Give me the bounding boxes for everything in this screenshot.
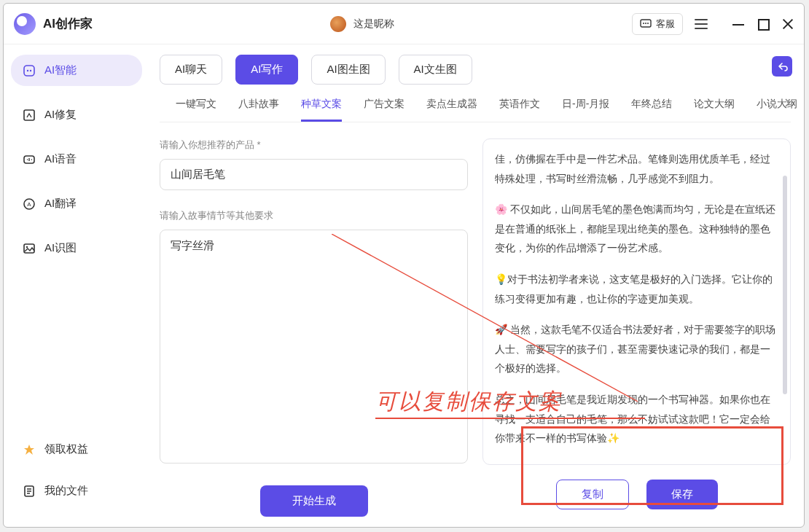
sub-tab[interactable]: 一键写文 <box>176 98 216 122</box>
sub-tab[interactable]: 英语作文 <box>499 98 540 122</box>
app-title: AI创作家 <box>43 15 93 32</box>
sidebar-item-label: AI修复 <box>44 108 77 122</box>
svg-point-1 <box>643 23 644 24</box>
svg-point-3 <box>647 23 649 24</box>
sidebar-item-label: 领取权益 <box>44 442 88 456</box>
scrollbar[interactable] <box>783 176 787 394</box>
image-icon <box>23 242 36 255</box>
sub-tab[interactable]: 小说大纲 <box>757 98 797 122</box>
app-logo <box>14 13 36 35</box>
sidebar-item-voice[interactable]: AI语音 <box>11 144 142 175</box>
form-column: 请输入你想推荐的产品 * 请输入故事情节等其他要求 开始生成 <box>160 138 468 517</box>
sidebar-item-label: AI识图 <box>44 241 77 255</box>
copy-button[interactable]: 复制 <box>556 480 629 509</box>
svg-point-2 <box>645 23 646 24</box>
product-input[interactable] <box>160 159 468 190</box>
badge-icon <box>23 443 36 456</box>
chat-icon <box>640 18 652 30</box>
sub-tab[interactable]: 卖点生成器 <box>426 98 477 122</box>
main-panel: AI聊天 AI写作 AI图生图 AI文生图 一键写文 八卦故事 种草文案 广告文… <box>149 44 804 527</box>
sidebar-item-rewards[interactable]: 领取权益 <box>11 434 142 465</box>
titlebar: AI创作家 这是昵称 客服 <box>4 4 804 44</box>
svg-point-6 <box>30 69 31 71</box>
chevron-right-icon[interactable] <box>783 98 791 108</box>
sidebar-item-repair[interactable]: AI修复 <box>11 99 142 130</box>
app-window: AI创作家 这是昵称 客服 A <box>3 3 805 528</box>
sidebar-item-image[interactable]: AI识图 <box>11 232 142 264</box>
sub-tab[interactable]: 年终总结 <box>631 98 672 122</box>
generate-button[interactable]: 开始生成 <box>260 485 368 517</box>
svg-rect-7 <box>24 110 34 120</box>
product-label: 请输入你想推荐的产品 * <box>160 138 468 152</box>
close-button[interactable] <box>782 18 794 30</box>
output-column: 佳，仿佛握在手中是一件艺术品。笔锋则选用优质羊毛，经过特殊处理，书写时丝滑流畅，… <box>482 138 791 517</box>
maximize-button[interactable] <box>757 18 769 30</box>
output-paragraph: 💡对于书法初学者来说，这支笔是极好的入门选择。它让你的练习变得更加有趣，也让你的… <box>495 270 778 308</box>
voice-icon <box>23 153 36 166</box>
ai-icon <box>23 64 36 77</box>
minimize-button[interactable] <box>732 18 744 30</box>
sub-tab[interactable]: 日-周-月报 <box>562 98 609 122</box>
avatar[interactable] <box>330 16 346 32</box>
nickname: 这是昵称 <box>353 17 394 31</box>
extra-textarea[interactable] <box>160 230 468 463</box>
output-paragraph: 🌸 不仅如此，山间居毛笔的墨色饱满而均匀，无论是在宣纸还是在普通的纸张上，都能呈… <box>495 200 778 258</box>
sidebar-item-label: AI语音 <box>44 152 77 166</box>
top-tabs: AI聊天 AI写作 AI图生图 AI文生图 <box>160 55 791 85</box>
menu-icon[interactable] <box>695 19 708 29</box>
sub-tab[interactable]: 论文大纲 <box>694 98 735 122</box>
output-text: 佳，仿佛握在手中是一件艺术品。笔锋则选用优质羊毛，经过特殊处理，书写时丝滑流畅，… <box>482 138 791 465</box>
sidebar-item-label: AI翻译 <box>44 197 77 211</box>
output-paragraph: 🚀 当然，这款毛笔不仅适合书法爱好者，对于需要签字的职场人士、需要写字的孩子们，… <box>495 320 778 378</box>
sidebar-item-translate[interactable]: A AI翻译 <box>11 188 142 219</box>
save-button[interactable]: 保存 <box>646 480 718 509</box>
sidebar-item-ai[interactable]: AI智能 <box>11 55 142 86</box>
sub-tab[interactable]: 广告文案 <box>364 98 404 122</box>
extra-label: 请输入故事情节等其他要求 <box>160 209 468 222</box>
sidebar-item-label: 我的文件 <box>44 484 88 498</box>
svg-text:A: A <box>27 201 31 208</box>
tab-chat[interactable]: AI聊天 <box>160 55 222 85</box>
output-paragraph: 总之，山间居毛笔是我近期发现的一个书写神器。如果你也在寻找一支适合自己的毛笔，那… <box>495 390 778 448</box>
sub-tab[interactable]: 种草文案 <box>301 98 342 122</box>
file-icon <box>23 485 36 498</box>
sidebar-item-files[interactable]: 我的文件 <box>11 475 142 506</box>
sidebar: AI智能 AI修复 AI语音 A AI翻译 AI识图 <box>4 44 149 527</box>
svg-rect-4 <box>24 66 34 76</box>
sub-tabs: 一键写文 八卦故事 种草文案 广告文案 卖点生成器 英语作文 日-周-月报 年终… <box>160 85 791 122</box>
sub-tab[interactable]: 八卦故事 <box>238 98 279 122</box>
sidebar-item-label: AI智能 <box>44 63 77 77</box>
svg-point-5 <box>27 69 28 71</box>
support-button[interactable]: 客服 <box>632 13 683 35</box>
translate-icon: A <box>23 197 36 211</box>
tab-img2img[interactable]: AI图生图 <box>311 55 385 85</box>
svg-point-12 <box>26 246 28 247</box>
support-label: 客服 <box>656 17 675 31</box>
repair-icon <box>23 109 36 122</box>
tab-txt2img[interactable]: AI文生图 <box>399 55 472 85</box>
tab-write[interactable]: AI写作 <box>235 55 298 85</box>
output-paragraph: 佳，仿佛握在手中是一件艺术品。笔锋则选用优质羊毛，经过特殊处理，书写时丝滑流畅，… <box>495 149 778 188</box>
